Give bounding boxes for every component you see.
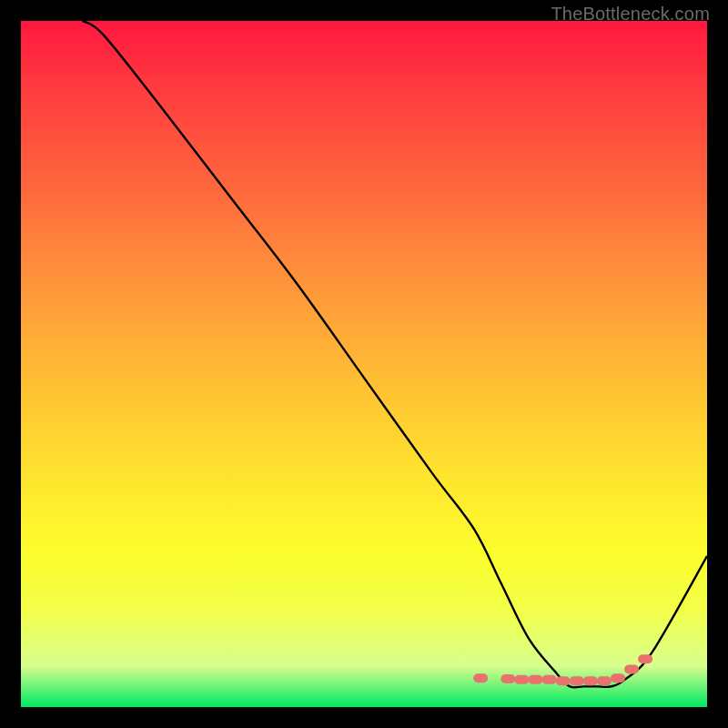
highlight-dot <box>529 675 543 684</box>
highlight-dot <box>514 675 529 684</box>
highlight-dots <box>473 654 652 685</box>
highlight-dot <box>542 675 557 684</box>
highlight-dot <box>624 665 639 674</box>
curve-line <box>83 21 707 687</box>
plot-area <box>21 21 707 707</box>
highlight-dot <box>583 676 598 685</box>
highlight-dot <box>597 676 612 685</box>
chart-container: TheBottleneck.com <box>0 0 728 728</box>
highlight-dot <box>638 654 652 663</box>
highlight-dot <box>611 673 625 682</box>
highlight-dot <box>473 673 488 682</box>
highlight-dot <box>570 676 584 685</box>
highlight-dot <box>500 674 515 683</box>
highlight-dot <box>556 676 571 685</box>
chart-svg <box>21 21 707 707</box>
